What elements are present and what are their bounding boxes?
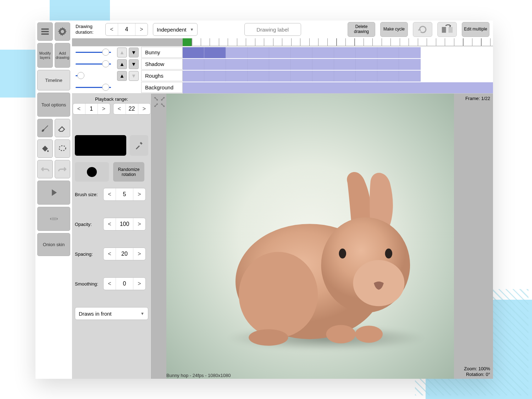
chevron-right-icon[interactable]: > bbox=[133, 188, 145, 200]
layer-track[interactable] bbox=[183, 59, 493, 70]
play-icon bbox=[49, 188, 59, 198]
dropdown-icon: ▼ bbox=[140, 311, 144, 316]
layer-row: ▲▼ Roughs bbox=[72, 70, 493, 82]
redo-button[interactable] bbox=[55, 160, 70, 178]
fill-tool[interactable] bbox=[37, 139, 53, 158]
layer-name[interactable]: Shadow bbox=[141, 59, 183, 70]
dropdown-icon: ▼ bbox=[190, 27, 194, 32]
onion-skin-button[interactable]: Onion skin bbox=[37, 233, 70, 256]
playback-range-label: Playback range: bbox=[75, 96, 148, 102]
mirror-button[interactable] bbox=[437, 22, 457, 37]
chevron-left-icon[interactable]: < bbox=[106, 23, 118, 35]
drawing-duration-label: Drawing duration: bbox=[76, 24, 100, 35]
drawing-canvas[interactable] bbox=[166, 94, 454, 379]
chevron-right-icon[interactable]: > bbox=[135, 23, 148, 35]
layer-row: Background bbox=[72, 82, 493, 93]
draw-order-select[interactable]: Draws in front▼ bbox=[75, 307, 148, 320]
spacing-label: Spacing: bbox=[75, 251, 100, 257]
top-toolbar: Drawing duration: < 4 > Independent ▼ De… bbox=[72, 21, 493, 38]
svg-rect-11 bbox=[442, 27, 446, 33]
undo-icon bbox=[40, 164, 50, 174]
left-toolbar: Modify layers Add drawing Timeline Tool … bbox=[35, 21, 72, 379]
status-bar: Bunny hop - 24fps - 1080x1080 bbox=[166, 373, 231, 378]
chevron-right-icon[interactable]: > bbox=[133, 278, 145, 290]
undo-button[interactable] bbox=[37, 160, 53, 178]
chevron-left-icon[interactable]: < bbox=[73, 104, 85, 114]
brush-tool[interactable] bbox=[37, 119, 53, 137]
color-swatch[interactable] bbox=[75, 135, 126, 156]
canvas-artwork bbox=[225, 170, 431, 354]
timeline-tab[interactable]: Timeline bbox=[37, 70, 70, 90]
layer-row: ▲▼ Shadow bbox=[72, 58, 493, 70]
play-button[interactable] bbox=[37, 181, 70, 205]
chevron-left-icon[interactable]: < bbox=[113, 104, 126, 114]
settings-button[interactable] bbox=[55, 22, 70, 41]
layer-opacity-slider[interactable] bbox=[72, 63, 115, 65]
modify-layers-button[interactable]: Modify layers bbox=[37, 43, 53, 68]
flip-icon bbox=[441, 24, 454, 34]
randomize-rotation-button[interactable]: Randomize rotation bbox=[113, 162, 144, 182]
label: Onion skin bbox=[43, 242, 65, 247]
delete-drawing-button[interactable]: Delete drawing bbox=[348, 22, 375, 37]
layer-down-button[interactable]: ▼ bbox=[129, 59, 139, 69]
playback-end-stepper[interactable]: <22> bbox=[113, 103, 151, 115]
spacing-stepper[interactable]: <20> bbox=[103, 248, 146, 260]
smoothing-stepper[interactable]: <0> bbox=[103, 277, 146, 290]
layer-up-button[interactable]: ▲ bbox=[117, 59, 127, 69]
tool-options-tab[interactable]: Tool options bbox=[37, 93, 70, 117]
chevron-left-icon[interactable]: < bbox=[104, 218, 116, 230]
brush-size-stepper[interactable]: <5> bbox=[103, 188, 146, 201]
layer-panel: ▲▼ Bunny ▲▼ Shadow ▲▼ Roughs Background bbox=[72, 46, 493, 94]
layer-opacity-slider[interactable] bbox=[72, 52, 115, 53]
edit-multiple-button[interactable]: Edit multiple bbox=[462, 22, 489, 37]
eyedropper-icon bbox=[134, 141, 144, 150]
layer-track[interactable] bbox=[183, 47, 493, 58]
mode-select[interactable]: Independent ▼ bbox=[153, 23, 198, 36]
layer-name[interactable]: Roughs bbox=[141, 70, 183, 81]
add-drawing-button[interactable]: Add drawing bbox=[55, 43, 70, 68]
chevron-left-icon[interactable]: < bbox=[104, 188, 116, 200]
drawing-label-input[interactable] bbox=[244, 23, 301, 36]
chevron-left-icon[interactable]: < bbox=[104, 248, 116, 260]
canvas-area: ⤡ ⤢⤢ ⤡ Frame: 1/22 bbox=[151, 94, 493, 379]
chevron-right-icon[interactable]: > bbox=[98, 104, 110, 114]
timeline-ruler[interactable] bbox=[183, 38, 493, 46]
layer-name[interactable]: Background bbox=[141, 82, 183, 93]
layer-down-button[interactable]: ▼ bbox=[129, 48, 139, 57]
step-scrubber[interactable] bbox=[37, 207, 70, 231]
rotate-icon bbox=[417, 24, 428, 35]
make-cycle-button[interactable]: Make cycle bbox=[380, 22, 408, 37]
layer-opacity-slider[interactable] bbox=[72, 75, 115, 76]
layer-name[interactable]: Bunny bbox=[141, 47, 183, 58]
playback-start-stepper[interactable]: <1> bbox=[73, 103, 110, 115]
drawing-duration-stepper[interactable]: < 4 > bbox=[105, 23, 148, 36]
layer-down-button: ▼ bbox=[129, 71, 139, 81]
svg-point-2 bbox=[59, 146, 66, 151]
opacity-stepper[interactable]: <100> bbox=[103, 218, 146, 231]
label: Tool options bbox=[41, 102, 66, 107]
hamburger-icon bbox=[40, 27, 50, 37]
playhead[interactable] bbox=[183, 38, 192, 46]
svg-point-17 bbox=[339, 249, 346, 259]
drawing-duration-value: 4 bbox=[118, 23, 135, 35]
eraser-tool[interactable] bbox=[55, 119, 70, 137]
flip-rotate-button[interactable] bbox=[413, 22, 432, 37]
chevron-right-icon[interactable]: > bbox=[133, 248, 145, 260]
layer-track[interactable] bbox=[183, 82, 493, 93]
svg-point-20 bbox=[355, 326, 383, 343]
menu-button[interactable] bbox=[37, 22, 53, 41]
lasso-tool[interactable] bbox=[55, 139, 70, 158]
eyedropper-button[interactable] bbox=[130, 135, 148, 156]
eraser-icon bbox=[57, 123, 67, 133]
svg-point-14 bbox=[239, 252, 318, 337]
layer-up-button[interactable]: ▲ bbox=[117, 71, 127, 81]
chevron-right-icon[interactable]: > bbox=[138, 104, 150, 114]
label: Modify layers bbox=[38, 51, 52, 60]
layer-opacity-slider[interactable] bbox=[72, 87, 115, 88]
layer-up-button: ▲ bbox=[117, 48, 127, 57]
layer-track[interactable] bbox=[183, 70, 493, 82]
fit-expand-icons[interactable]: ⤡ ⤢⤢ ⤡ bbox=[154, 96, 165, 109]
brush-preview[interactable] bbox=[75, 162, 109, 182]
chevron-right-icon[interactable]: > bbox=[133, 218, 145, 230]
chevron-left-icon[interactable]: < bbox=[104, 278, 116, 290]
